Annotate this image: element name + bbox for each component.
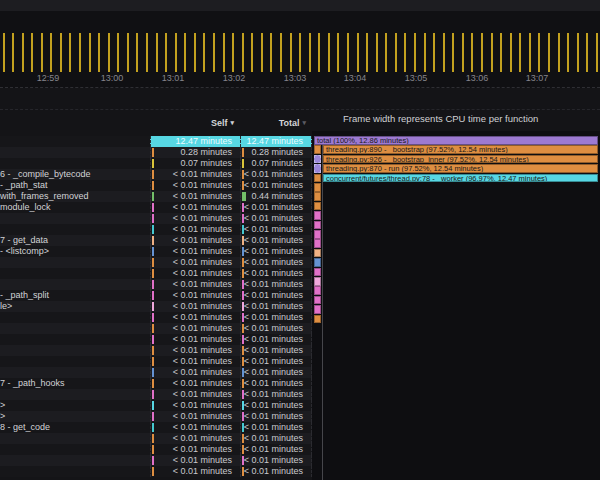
function-name-cell[interactable]: [0, 136, 150, 147]
function-name-cell[interactable]: [0, 224, 150, 235]
table-row[interactable]: 0.28 minutes0.28 minutes: [0, 147, 312, 158]
table-row[interactable]: - _path_split< 0.01 minutes< 0.01 minute…: [0, 290, 312, 301]
function-name-cell[interactable]: [0, 433, 150, 444]
total-value-cell[interactable]: < 0.01 minutes: [240, 378, 312, 389]
function-name-cell[interactable]: [0, 279, 150, 290]
self-value-cell[interactable]: < 0.01 minutes: [150, 301, 240, 312]
table-row[interactable]: < 0.01 minutes< 0.01 minutes: [0, 213, 312, 224]
self-value-cell[interactable]: < 0.01 minutes: [150, 444, 240, 455]
flame-frame-small[interactable]: [314, 230, 321, 239]
total-value-cell[interactable]: 0.44 minutes: [240, 191, 312, 202]
self-value-cell[interactable]: < 0.01 minutes: [150, 356, 240, 367]
function-name-cell[interactable]: >: [0, 400, 150, 411]
flame-frame-small[interactable]: [314, 164, 321, 173]
table-row[interactable]: >< 0.01 minutes< 0.01 minutes: [0, 411, 312, 422]
total-value-cell[interactable]: < 0.01 minutes: [240, 224, 312, 235]
table-row[interactable]: 12.47 minutes12.47 minutes: [0, 136, 312, 147]
table-row[interactable]: < 0.01 minutes< 0.01 minutes: [0, 279, 312, 290]
table-row[interactable]: < 0.01 minutes< 0.01 minutes: [0, 455, 312, 466]
function-name-cell[interactable]: [0, 268, 150, 279]
self-value-cell[interactable]: < 0.01 minutes: [150, 389, 240, 400]
self-value-cell[interactable]: < 0.01 minutes: [150, 257, 240, 268]
flame-graph[interactable]: total (100%, 12.86 minutes)threading.py:…: [312, 131, 600, 480]
total-value-cell[interactable]: < 0.01 minutes: [240, 312, 312, 323]
table-row[interactable]: < 0.01 minutes< 0.01 minutes: [0, 312, 312, 323]
function-name-cell[interactable]: [0, 323, 150, 334]
table-row[interactable]: - _path_stat< 0.01 minutes< 0.01 minutes: [0, 180, 312, 191]
total-value-cell[interactable]: < 0.01 minutes: [240, 422, 312, 433]
flame-frame-small[interactable]: [314, 296, 321, 305]
table-row[interactable]: module_lock< 0.01 minutes< 0.01 minutes: [0, 202, 312, 213]
self-value-cell[interactable]: < 0.01 minutes: [150, 411, 240, 422]
flame-frame[interactable]: threading.py:870 - run (97.52%, 12.54 mi…: [323, 164, 598, 173]
total-column-header[interactable]: Total ▾: [240, 110, 312, 136]
total-value-cell[interactable]: < 0.01 minutes: [240, 334, 312, 345]
self-value-cell[interactable]: 0.07 minutes: [150, 158, 240, 169]
table-row[interactable]: < 0.01 minutes< 0.01 minutes: [0, 389, 312, 400]
table-row[interactable]: < 0.01 minutes< 0.01 minutes: [0, 224, 312, 235]
function-name-cell[interactable]: - _path_stat: [0, 180, 150, 191]
table-row[interactable]: 7 - get_data< 0.01 minutes< 0.01 minutes: [0, 235, 312, 246]
table-row[interactable]: < 0.01 minutes< 0.01 minutes: [0, 323, 312, 334]
flame-frame[interactable]: concurrent/futures/thread.py:78 - _worke…: [323, 174, 598, 183]
self-value-cell[interactable]: < 0.01 minutes: [150, 180, 240, 191]
total-value-cell[interactable]: < 0.01 minutes: [240, 235, 312, 246]
flame-frame-small[interactable]: [314, 258, 321, 267]
self-value-cell[interactable]: < 0.01 minutes: [150, 345, 240, 356]
function-name-cell[interactable]: 6 - _compile_bytecode: [0, 169, 150, 180]
table-row[interactable]: 6 - _compile_bytecode< 0.01 minutes< 0.0…: [0, 169, 312, 180]
total-value-cell[interactable]: < 0.01 minutes: [240, 400, 312, 411]
function-name-cell[interactable]: [0, 312, 150, 323]
table-row[interactable]: < 0.01 minutes< 0.01 minutes: [0, 433, 312, 444]
flame-frame-small[interactable]: [314, 315, 321, 324]
function-name-cell[interactable]: [0, 213, 150, 224]
function-name-cell[interactable]: [0, 466, 150, 477]
function-name-cell[interactable]: - _path_split: [0, 290, 150, 301]
flame-frame-small[interactable]: [314, 192, 321, 201]
function-name-cell[interactable]: 7 - get_data: [0, 235, 150, 246]
function-name-cell[interactable]: [0, 345, 150, 356]
table-row[interactable]: with_frames_removed< 0.01 minutes0.44 mi…: [0, 191, 312, 202]
table-row[interactable]: < 0.01 minutes< 0.01 minutes: [0, 257, 312, 268]
flame-frame-small[interactable]: [314, 211, 321, 220]
function-name-cell[interactable]: le>: [0, 301, 150, 312]
total-value-cell[interactable]: < 0.01 minutes: [240, 257, 312, 268]
total-value-cell[interactable]: < 0.01 minutes: [240, 389, 312, 400]
flame-frame-small[interactable]: [314, 202, 321, 211]
table-row[interactable]: < 0.01 minutes< 0.01 minutes: [0, 334, 312, 345]
self-value-cell[interactable]: < 0.01 minutes: [150, 323, 240, 334]
total-value-cell[interactable]: < 0.01 minutes: [240, 279, 312, 290]
flame-frame-small[interactable]: [314, 268, 321, 277]
table-row[interactable]: 8 - get_code< 0.01 minutes< 0.01 minutes: [0, 422, 312, 433]
total-value-cell[interactable]: < 0.01 minutes: [240, 466, 312, 477]
self-value-cell[interactable]: < 0.01 minutes: [150, 224, 240, 235]
function-name-cell[interactable]: [0, 389, 150, 400]
table-row[interactable]: >< 0.01 minutes< 0.01 minutes: [0, 400, 312, 411]
self-value-cell[interactable]: < 0.01 minutes: [150, 312, 240, 323]
function-name-cell[interactable]: 7 - _path_hooks: [0, 378, 150, 389]
function-name-cell[interactable]: [0, 356, 150, 367]
flame-frame-small[interactable]: [314, 286, 321, 295]
table-row[interactable]: 0.07 minutes0.07 minutes: [0, 158, 312, 169]
table-row[interactable]: < 0.01 minutes< 0.01 minutes: [0, 345, 312, 356]
flame-frame[interactable]: threading.py:926 - _bootstrap_inner (97.…: [323, 155, 598, 164]
timeline-panel[interactable]: 12:5812:5913:0013:0113:0213:0313:0413:05…: [0, 11, 600, 88]
total-value-cell[interactable]: 0.07 minutes: [240, 158, 312, 169]
flame-frame[interactable]: total (100%, 12.86 minutes): [314, 136, 598, 145]
self-value-cell[interactable]: < 0.01 minutes: [150, 169, 240, 180]
flame-frame-small[interactable]: [314, 145, 321, 154]
function-name-cell[interactable]: - <listcomp>: [0, 246, 150, 257]
total-value-cell[interactable]: < 0.01 minutes: [240, 180, 312, 191]
total-value-cell[interactable]: < 0.01 minutes: [240, 411, 312, 422]
function-name-cell[interactable]: [0, 334, 150, 345]
flame-frame-small[interactable]: [314, 305, 321, 314]
function-name-cell[interactable]: [0, 367, 150, 378]
total-value-cell[interactable]: < 0.01 minutes: [240, 202, 312, 213]
total-value-cell[interactable]: < 0.01 minutes: [240, 356, 312, 367]
self-value-cell[interactable]: < 0.01 minutes: [150, 334, 240, 345]
function-name-cell[interactable]: 8 - get_code: [0, 422, 150, 433]
table-row[interactable]: le>< 0.01 minutes< 0.01 minutes: [0, 301, 312, 312]
total-value-cell[interactable]: < 0.01 minutes: [240, 301, 312, 312]
self-value-cell[interactable]: < 0.01 minutes: [150, 213, 240, 224]
total-value-cell[interactable]: < 0.01 minutes: [240, 433, 312, 444]
